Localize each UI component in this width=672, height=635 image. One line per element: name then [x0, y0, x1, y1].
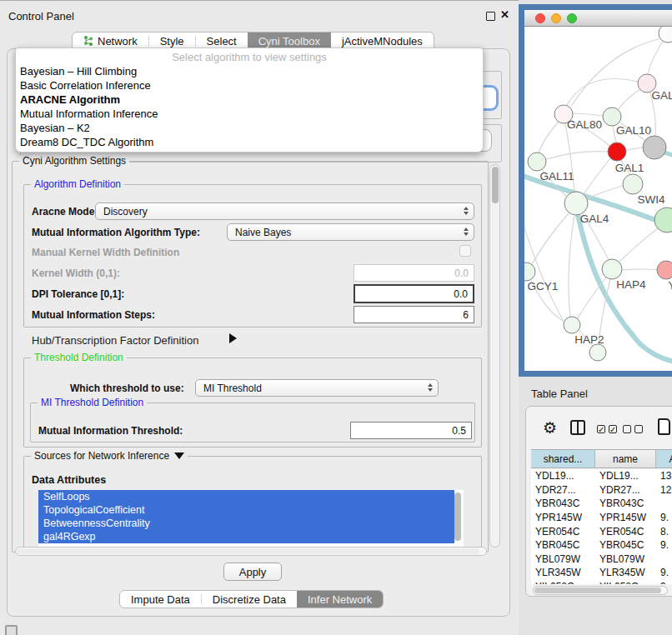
minimize-traffic-icon[interactable] [551, 13, 561, 23]
table-row[interactable]: YDL19...YDL19...13 [531, 469, 672, 483]
network-window-titlebar[interactable] [524, 10, 672, 27]
network-node-swi4[interactable] [623, 174, 643, 194]
dropdown-item[interactable]: Mutual Information Inference [16, 107, 483, 121]
tab-label: Select [207, 35, 237, 48]
network-node-gcy1[interactable] [524, 262, 535, 281]
close-traffic-icon[interactable] [535, 13, 545, 23]
zoom-traffic-icon[interactable] [567, 13, 577, 23]
node-label: GCY1 [528, 280, 559, 292]
table-cell: YPR145W [531, 512, 595, 523]
attribute-item[interactable]: SelfLoops [38, 490, 454, 503]
node-label: SWI4 [637, 193, 664, 206]
table-cell: YDR27... [531, 484, 595, 496]
close-icon[interactable]: ✕ [500, 8, 509, 21]
mi-algorithm-type-combobox[interactable]: Naive Bayes [227, 223, 474, 241]
attribute-item[interactable]: BetweennessCentrality [38, 517, 454, 530]
dropdown-item[interactable]: Bayesian – Hill Climbing [16, 64, 483, 78]
control-panel: Control Panel ✕ NetworkStyleSelectCyni T… [0, 0, 519, 635]
tab-discretize-data[interactable]: Discretize Data [202, 591, 297, 608]
table-horizontal-scrollbar[interactable] [533, 586, 668, 595]
apply-button[interactable]: Apply [223, 562, 282, 581]
network-graph[interactable]: GALGAL80GAL10GAL1GAL11SWI4GAL4GCY1HAP4YH… [524, 27, 672, 376]
spinner-arrows-icon [464, 228, 469, 236]
manual-kernel-width-checkbox[interactable] [459, 245, 471, 257]
table-cell: YLR345W [595, 567, 656, 578]
settings-horizontal-scrollbar-thumb[interactable] [17, 548, 479, 554]
table-row[interactable]: YDR27...YDR27...12 [531, 483, 672, 498]
network-node[interactable] [659, 27, 672, 42]
network-node[interactable] [589, 344, 606, 361]
attributes-list-scrollbar-thumb[interactable] [454, 492, 461, 541]
table-cell: YIL052C [531, 581, 595, 584]
table-cell: 9. [656, 567, 672, 578]
settings-horizontal-scrollbar[interactable] [15, 547, 487, 556]
node-label: Y [668, 279, 672, 292]
aracne-mode-combobox[interactable]: Discovery [95, 202, 474, 220]
column-header-a[interactable]: A [656, 450, 672, 468]
bottom-tab-bar: Impute DataDiscretize DataInfer Network [119, 590, 384, 608]
minimized-panel-icon[interactable] [5, 625, 18, 635]
gear-icon[interactable]: ⚙ [543, 418, 557, 438]
tab-label: Style [160, 35, 184, 48]
network-node-y[interactable] [657, 261, 672, 279]
network-node-hap2[interactable] [564, 317, 580, 333]
node-label: GAL10 [616, 124, 651, 137]
expander-expanded-icon[interactable] [174, 452, 184, 459]
dropdown-item[interactable]: ARACNE Algorithm [16, 92, 483, 107]
dropdown-item[interactable]: Basic Correlation Inference [16, 78, 483, 92]
sources-title-wrap: Sources for Network Inference [31, 450, 188, 462]
network-canvas[interactable]: GALGAL80GAL10GAL1GAL11SWI4GAL4GCY1HAP4YH… [524, 27, 672, 376]
kernel-width-label: Kernel Width (0,1): [32, 268, 120, 279]
mi-steps-field[interactable]: 6 [354, 306, 474, 323]
data-attributes-list[interactable]: SelfLoopsTopologicalCoefficientBetweenne… [38, 490, 464, 547]
table-horizontal-scrollbar-thumb[interactable] [534, 588, 661, 593]
expander-collapsed-icon[interactable] [229, 333, 237, 343]
algorithm-definition-title: Algorithm Definition [31, 178, 124, 190]
network-edge [584, 158, 610, 194]
table-row[interactable]: YBR043CYBR043C [531, 497, 672, 511]
aracne-mode-label: Aracne Mode: [32, 206, 98, 218]
which-threshold-combobox[interactable]: MI Threshold [195, 379, 439, 397]
settings-vertical-scrollbar-thumb[interactable] [492, 167, 499, 203]
table-row[interactable]: YPR145WYPR145W9. [531, 511, 672, 525]
mi-threshold-field[interactable]: 0.5 [350, 422, 472, 439]
settings-vertical-scrollbar[interactable] [489, 164, 500, 548]
network-node[interactable] [643, 136, 666, 159]
network-node-gal11[interactable] [528, 152, 546, 171]
dpi-tolerance-field[interactable]: 0.0 [354, 284, 474, 303]
threshold-definition-title: Threshold Definition [31, 352, 127, 363]
table-row[interactable]: YIL052CYIL052C9 [531, 580, 672, 584]
float-window-icon[interactable] [486, 12, 495, 21]
dropdown-item[interactable]: Dream8 DC_TDC Algorithm [16, 135, 483, 149]
tab-infer-network[interactable]: Infer Network [297, 591, 383, 608]
table-cell: YLR345W [531, 567, 595, 578]
network-view-window[interactable]: GALGAL80GAL10GAL1GAL11SWI4GAL4GCY1HAP4YH… [519, 4, 672, 377]
table-cell: 9. [656, 512, 672, 523]
network-node-gal4[interactable] [564, 192, 588, 215]
table-row[interactable]: YBR045CYBR045C9. [531, 538, 672, 552]
checked-boxes-icon[interactable]: ✓ ✓ [597, 425, 620, 433]
cyni-algorithm-settings-title: Cyni Algorithm Settings [19, 155, 129, 167]
table-row[interactable]: YLR345WYLR345W9. [531, 566, 672, 580]
table-cell: 8. [656, 526, 672, 538]
network-icon [83, 36, 93, 47]
unchecked-boxes-icon[interactable] [623, 425, 646, 433]
table-rows: YDL19...YDL19...13YDR27...YDR27...12YBR0… [531, 469, 672, 584]
attribute-item[interactable]: TopologicalCoefficient [38, 503, 454, 517]
network-node-gal1[interactable] [608, 142, 626, 161]
table-row[interactable]: YER054CYER054C8. [531, 524, 672, 538]
attribute-item[interactable]: gal4RGexp [38, 530, 454, 543]
table-panel-title: Table Panel [531, 388, 588, 400]
table-cell: YBR045C [531, 539, 595, 551]
dropdown-item[interactable]: Bayesian – K2 [16, 121, 483, 135]
network-node-gal10[interactable] [603, 108, 621, 126]
column-view-icon[interactable] [570, 420, 585, 435]
table-row[interactable]: YBL079WYBL079W [531, 552, 672, 567]
tab-impute-data[interactable]: Impute Data [120, 591, 201, 608]
kernel-width-field[interactable]: 0.0 [354, 264, 474, 282]
document-icon[interactable] [658, 418, 670, 435]
column-header-shared-[interactable]: shared... [531, 450, 595, 468]
column-header-name[interactable]: name [595, 450, 656, 468]
network-node-hap4[interactable] [602, 259, 622, 279]
hub-expander-label[interactable]: Hub/Transcription Factor Definition [32, 334, 198, 347]
